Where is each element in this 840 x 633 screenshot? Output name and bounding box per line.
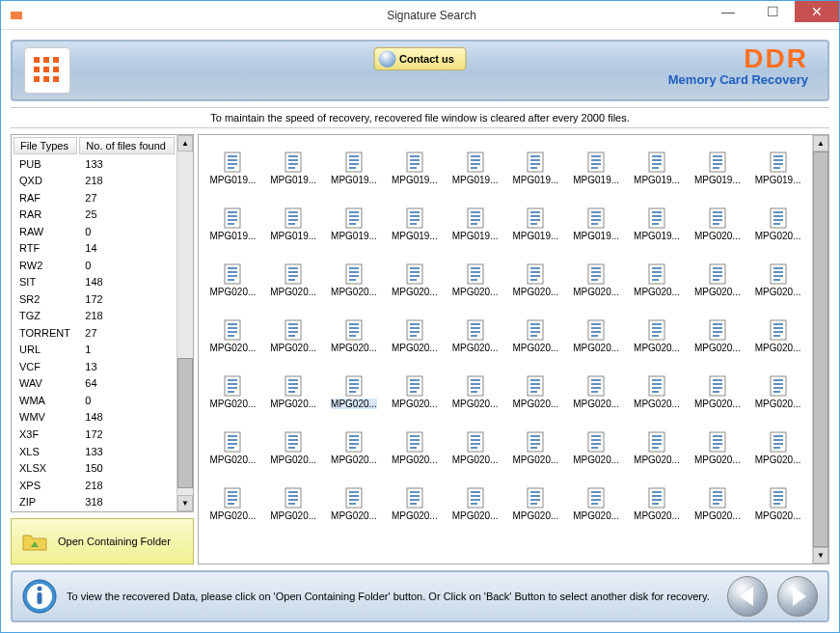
file-item[interactable]: MPG019...: [263, 141, 324, 195]
file-item[interactable]: MPG020...: [263, 477, 324, 531]
file-item[interactable]: MPG019...: [566, 197, 627, 251]
contact-us-button[interactable]: Contact us: [373, 47, 467, 70]
table-row[interactable]: RAW0: [14, 224, 175, 239]
table-row[interactable]: RAR25: [14, 207, 175, 223]
file-item[interactable]: MPG020...: [687, 309, 747, 363]
file-item[interactable]: MPG020...: [566, 253, 627, 307]
table-row[interactable]: SIT148: [14, 275, 175, 290]
file-item[interactable]: MPG020...: [505, 477, 566, 531]
file-item[interactable]: MPG020...: [747, 253, 808, 307]
table-row[interactable]: SR2172: [14, 291, 175, 307]
file-item[interactable]: MPG020...: [566, 309, 627, 363]
file-item[interactable]: MPG020...: [627, 421, 688, 475]
file-item[interactable]: MPG020...: [687, 365, 747, 419]
file-item[interactable]: MPG020...: [263, 253, 324, 307]
file-item[interactable]: MPG020...: [627, 309, 688, 363]
file-item[interactable]: MPG019...: [505, 197, 566, 251]
grid-scroll-thumb[interactable]: [813, 151, 828, 547]
file-item[interactable]: MPG020...: [384, 309, 445, 363]
file-item[interactable]: MPG020...: [324, 309, 385, 363]
grid-scroll-down-button[interactable]: ▼: [813, 547, 828, 564]
file-item[interactable]: MPG019...: [566, 141, 627, 195]
file-item[interactable]: MPG020...: [203, 421, 263, 475]
file-item[interactable]: MPG020...: [505, 309, 566, 363]
table-row[interactable]: ZIP318: [14, 494, 175, 509]
grid-scroll-track[interactable]: [813, 151, 828, 547]
table-row[interactable]: XLS133: [14, 444, 175, 459]
scroll-down-button[interactable]: ▼: [177, 495, 193, 511]
file-item[interactable]: MPG020...: [566, 365, 627, 419]
table-row[interactable]: XPS218: [14, 478, 175, 493]
file-item[interactable]: MPG020...: [445, 421, 505, 475]
file-item[interactable]: MPG020...: [324, 421, 385, 475]
next-button[interactable]: [777, 576, 818, 617]
table-row[interactable]: RAF27: [14, 190, 175, 206]
col-file-types[interactable]: File Types: [14, 137, 77, 154]
file-item[interactable]: MPG020...: [687, 253, 747, 307]
file-item[interactable]: MPG020...: [505, 365, 566, 419]
file-item[interactable]: MPG019...: [324, 197, 385, 251]
file-item[interactable]: MPG020...: [747, 309, 808, 363]
file-item[interactable]: MPG019...: [384, 141, 445, 195]
back-button[interactable]: [727, 576, 768, 617]
file-item[interactable]: MPG020...: [687, 477, 747, 531]
file-item[interactable]: MPG020...: [263, 421, 324, 475]
file-item[interactable]: MPG019...: [203, 141, 263, 195]
file-item[interactable]: MPG020...: [747, 477, 808, 531]
scroll-up-button[interactable]: ▲: [177, 135, 193, 151]
file-item[interactable]: MPG020...: [747, 421, 808, 475]
file-item[interactable]: MPG020...: [324, 365, 385, 419]
file-item[interactable]: MPG020...: [384, 421, 445, 475]
file-item[interactable]: MPG019...: [627, 197, 688, 251]
table-row[interactable]: PUB133: [14, 156, 175, 172]
scroll-thumb[interactable]: [177, 358, 193, 488]
table-row[interactable]: TORRENT27: [14, 325, 175, 341]
file-item[interactable]: MPG020...: [445, 477, 505, 531]
table-row[interactable]: XLSX150: [14, 460, 175, 476]
file-item[interactable]: MPG020...: [747, 197, 808, 251]
file-item[interactable]: MPG020...: [384, 253, 445, 307]
file-item[interactable]: MPG020...: [445, 253, 505, 307]
file-item[interactable]: MPG020...: [384, 365, 445, 419]
file-item[interactable]: MPG020...: [203, 309, 263, 363]
file-item[interactable]: MPG020...: [505, 421, 566, 475]
minimize-button[interactable]: —: [706, 1, 750, 22]
close-button[interactable]: ✕: [795, 1, 839, 22]
file-item[interactable]: MPG020...: [687, 197, 747, 251]
file-item[interactable]: MPG020...: [566, 421, 627, 475]
file-item[interactable]: MPG019...: [324, 141, 385, 195]
file-item[interactable]: MPG019...: [505, 141, 566, 195]
table-row[interactable]: QXD218: [14, 174, 175, 189]
file-item[interactable]: MPG020...: [627, 477, 688, 531]
file-item[interactable]: MPG020...: [445, 365, 505, 419]
file-item[interactable]: MPG020...: [263, 309, 324, 363]
file-item[interactable]: MPG020...: [627, 253, 688, 307]
maximize-button[interactable]: ☐: [750, 1, 795, 22]
file-item[interactable]: MPG020...: [203, 253, 263, 307]
file-item[interactable]: MPG019...: [263, 197, 324, 251]
table-row[interactable]: VCF13: [14, 359, 175, 374]
file-item[interactable]: MPG019...: [747, 141, 808, 195]
col-files-found[interactable]: No. of files found: [79, 137, 175, 154]
open-containing-folder-button[interactable]: Open Containing Folder: [11, 518, 194, 564]
file-item[interactable]: MPG019...: [627, 141, 688, 195]
file-item[interactable]: MPG020...: [445, 309, 505, 363]
table-row[interactable]: WMA0: [14, 393, 175, 408]
file-item[interactable]: MPG020...: [627, 365, 688, 419]
file-item[interactable]: MPG020...: [505, 253, 566, 307]
file-item[interactable]: MPG019...: [384, 197, 445, 251]
table-row[interactable]: RW20: [14, 258, 175, 273]
table-row[interactable]: TGZ218: [14, 309, 175, 324]
table-row[interactable]: WMV148: [14, 410, 175, 426]
file-item[interactable]: MPG020...: [747, 365, 808, 419]
file-item[interactable]: MPG019...: [203, 197, 263, 251]
grid-scroll-up-button[interactable]: ▲: [813, 135, 828, 151]
file-item[interactable]: MPG020...: [566, 477, 627, 531]
scroll-track[interactable]: [177, 151, 193, 495]
table-row[interactable]: X3F172: [14, 427, 175, 442]
table-row[interactable]: RTF14: [14, 241, 175, 257]
file-item[interactable]: MPG020...: [324, 477, 385, 531]
file-item[interactable]: MPG019...: [687, 141, 747, 195]
file-item[interactable]: MPG019...: [445, 141, 505, 195]
file-item[interactable]: MPG020...: [203, 365, 263, 419]
